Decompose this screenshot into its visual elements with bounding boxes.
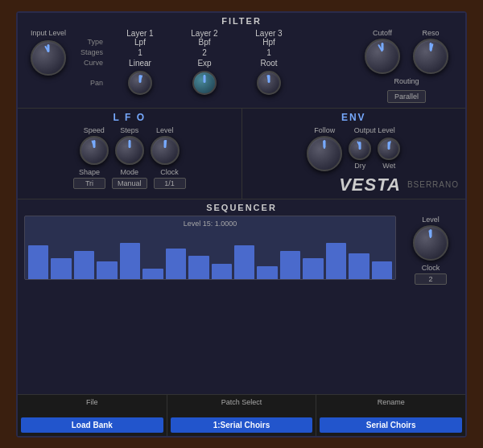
layer2-type: Bpf [172,38,237,47]
layer3-header: Layer 3 [237,29,301,38]
pan-knob-2[interactable] [192,71,217,95]
patch-col: Patch Select 1:Serial Choirs [167,395,317,436]
lfo-steps-container: Steps [115,126,144,165]
seq-display-col: Level 15: 1.0000 [24,216,396,404]
dry-label: Dry [354,162,365,170]
cutoff-container: Cutoff [365,29,400,74]
main-panel: FILTER Input Level Layer 1 Layer 2 Layer… [16,11,467,438]
bserrano-logo: BSERRANO [407,180,459,189]
layer1-header: Layer 1 [108,29,172,38]
layer2-stages: 2 [172,48,237,57]
input-level-knob[interactable] [31,40,66,76]
env-follow-container: Follow [307,126,342,171]
filter-title: FILTER [24,16,459,26]
env-follow-label: Follow [314,126,335,134]
lfo-speed-knob[interactable] [80,136,109,165]
lfo-title: L F O [24,112,235,123]
layer1-type: Lpf [108,38,172,47]
filter-layers: Layer 1 Layer 2 Layer 3 Type Lpf Bpf Hpf… [76,29,351,95]
lfo-mode-label: Mode [120,168,138,176]
rename-col: Rename Serial Choirs [316,395,465,436]
output-level-label: Output Level [354,126,395,134]
lfo-section: L F O Speed Steps Level [18,109,242,199]
patch-select-button[interactable]: 1:Serial Choirs [171,417,313,433]
seq-bar[interactable] [326,243,346,279]
lfo-steps-knob[interactable] [115,136,144,165]
layer1-curve: Linear [108,59,172,68]
rename-label: Rename [378,398,405,406]
reso-knob[interactable] [413,39,448,74]
lfo-clock-label: Clock [160,168,179,176]
seq-level-knob[interactable] [413,225,448,261]
seq-bar[interactable] [166,249,186,279]
seq-knob-col: Level Clock 2 [402,216,459,404]
patch-label: Patch Select [221,398,262,406]
seq-clock-value[interactable]: 2 [415,273,447,285]
cutoff-label: Cutoff [373,29,392,37]
seq-bar[interactable] [280,251,300,279]
lfo-shape-label: Shape [79,168,100,176]
seq-bar[interactable] [51,258,71,279]
layer3-curve: Root [237,59,301,68]
type-row: Type Lpf Bpf Hpf [76,38,351,47]
reso-label: Reso [422,29,439,37]
routing-value[interactable]: Parallel [387,90,426,103]
seq-level-display: Level 15: 1.0000 [184,220,237,228]
file-label: File [86,398,98,406]
seq-bar[interactable] [372,261,392,279]
wet-label: Wet [382,162,395,170]
seq-bar[interactable] [142,269,163,279]
sequencer-section: SEQUENCER Level 15: 1.0000 Level Clock 2 [18,199,465,394]
env-section: ENV Follow Output Level [249,112,460,171]
seq-bar[interactable] [234,245,254,279]
cutoff-reso-col: Cutoff Reso Routing Parallel [354,29,459,103]
sequencer-title: SEQUENCER [24,203,459,212]
pan-knob-1[interactable] [128,71,152,95]
lfo-level-knob[interactable] [151,136,180,165]
type-label: Type [76,38,108,46]
seq-clock-label: Clock [422,264,440,272]
layer3-stages: 1 [237,48,301,57]
lfo-level-container: Level [151,126,180,165]
lfo-level-label: Level [156,126,174,134]
seq-bar[interactable] [349,253,369,279]
filter-section: FILTER Input Level Layer 1 Layer 2 Layer… [18,13,465,109]
pan-row: Pan [76,71,351,95]
stages-row: Stages 1 2 1 [76,48,351,57]
env-title: ENV [249,112,460,123]
file-col: File Load Bank [18,395,167,436]
rename-button[interactable]: Serial Choirs [320,417,462,433]
seq-bar[interactable] [212,264,232,279]
seq-bar[interactable] [28,245,48,279]
bottom-bar: File Load Bank Patch Select 1:Serial Cho… [18,394,465,436]
dry-knob[interactable] [349,138,371,160]
routing-label: Routing [394,77,419,85]
load-bank-button[interactable]: Load Bank [21,417,163,433]
cutoff-knob[interactable] [365,39,400,74]
pan-knob-3[interactable] [257,71,281,95]
seq-bar[interactable] [74,251,94,279]
output-level-section: Output Level Dry [349,126,400,171]
seq-bar[interactable] [303,258,323,279]
lfo-shape-value[interactable]: Tri [73,178,105,189]
seq-bar[interactable] [257,266,277,279]
seq-bar[interactable] [188,256,208,279]
lfo-mode-value[interactable]: Manual [112,178,147,189]
seq-bar[interactable] [120,243,140,279]
seq-level-label: Level [422,216,440,224]
input-level-col: Input Level [24,29,72,76]
seq-bar[interactable] [97,261,117,279]
seq-bars: Level 15: 1.0000 [24,216,396,280]
pan-label: Pan [76,79,108,87]
wet-knob[interactable] [378,138,400,160]
lfo-speed-container: Speed [80,126,109,165]
vesta-logo: VESTA [339,175,401,195]
env-follow-knob[interactable] [307,136,342,171]
lfo-speed-label: Speed [84,126,105,134]
curve-row: Curve Linear Exp Root [76,59,351,68]
lfo-steps-label: Steps [120,126,138,134]
lfo-clock-value[interactable]: 1/1 [154,178,186,189]
input-level-label: Input Level [31,29,66,37]
reso-container: Reso [413,29,448,74]
curve-label: Curve [76,59,108,67]
